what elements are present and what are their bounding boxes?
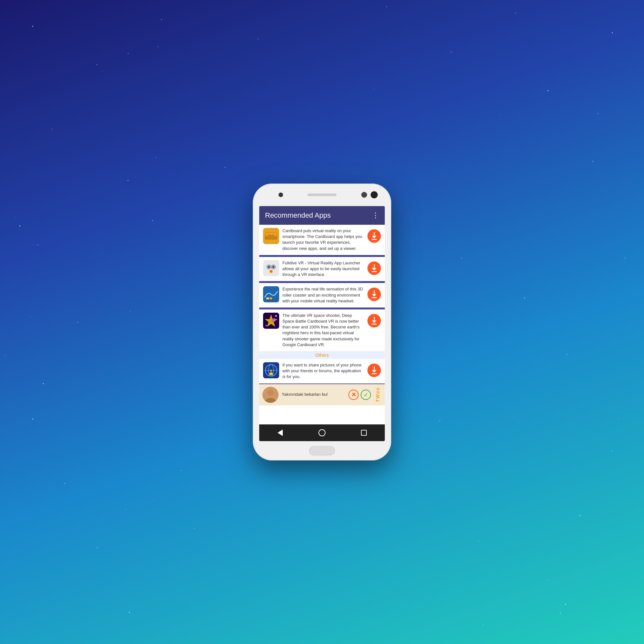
star — [32, 26, 33, 27]
star — [493, 392, 493, 392]
download-button-phoneshare[interactable] — [367, 364, 381, 377]
star — [409, 407, 409, 407]
star — [618, 418, 619, 419]
phone-top — [253, 184, 391, 206]
proximity-sensor — [371, 191, 378, 198]
app-icon-cardboard — [263, 228, 279, 244]
app-description-fulldive: Fulldive VR - Virtual Reality App Launch… — [282, 260, 365, 278]
star — [483, 625, 484, 625]
download-button-fulldive[interactable] — [367, 261, 381, 275]
star — [547, 90, 548, 91]
app-icon-phoneshare — [263, 362, 279, 378]
star — [32, 419, 33, 420]
camera-right — [361, 192, 367, 198]
app-icon-rollercoaster — [263, 286, 279, 302]
star — [461, 258, 462, 259]
star — [451, 52, 451, 52]
app-description-phoneshare: If you want to share pictures of your ph… — [282, 362, 365, 380]
star — [194, 528, 194, 529]
download-icon — [372, 366, 377, 374]
back-icon — [278, 430, 283, 436]
star — [533, 384, 533, 385]
star — [19, 225, 20, 226]
physical-home-button[interactable] — [309, 446, 335, 455]
app-description-cardboard: Cardboard puts virtual reality on your s… — [282, 228, 365, 251]
ad-dismiss-button[interactable]: ✕ — [348, 390, 359, 400]
phone-device: Recommended Apps ⋮ Cardboard puts virtua… — [253, 184, 391, 460]
svg-point-10 — [270, 270, 272, 272]
ad-text: Yakınındaki bekarları bul — [282, 392, 346, 397]
app-list: Cardboard puts virtual reality on your s… — [259, 225, 385, 424]
download-icon — [372, 264, 377, 272]
star — [152, 220, 153, 221]
star — [156, 157, 156, 158]
star — [374, 89, 374, 90]
download-icon — [372, 232, 377, 240]
star — [560, 604, 560, 605]
ad-banner: Yakınındaki bekarları bul ✕ ✓ TWoo — [259, 384, 385, 405]
star — [52, 129, 52, 129]
star — [225, 167, 225, 167]
recent-apps-button[interactable] — [357, 426, 370, 439]
svg-rect-3 — [272, 234, 274, 237]
star — [518, 421, 518, 422]
app-icon-fulldive — [263, 260, 279, 276]
star — [625, 258, 625, 258]
star — [500, 114, 500, 115]
ad-actions: ✕ ✓ TWoo — [348, 387, 382, 402]
ad-avatar — [262, 387, 279, 403]
download-icon — [372, 317, 377, 325]
star — [258, 39, 258, 39]
star — [30, 317, 30, 317]
ad-accept-button[interactable]: ✓ — [361, 390, 371, 400]
back-button[interactable] — [274, 426, 287, 439]
svg-point-7 — [268, 266, 270, 268]
star — [440, 421, 440, 421]
app-icon-deepspace — [263, 313, 279, 329]
download-icon — [372, 290, 377, 298]
recent-icon — [361, 430, 367, 436]
star — [129, 612, 130, 613]
star — [478, 541, 479, 541]
phone-speaker — [308, 194, 336, 196]
svg-point-20 — [275, 315, 277, 317]
menu-icon[interactable]: ⋮ — [372, 211, 379, 220]
star — [130, 311, 131, 311]
front-camera — [279, 193, 283, 197]
star — [524, 298, 525, 298]
phone-screen: Recommended Apps ⋮ Cardboard puts virtua… — [259, 206, 385, 441]
star — [183, 486, 183, 486]
svg-point-8 — [272, 266, 274, 268]
star — [128, 53, 128, 54]
svg-rect-2 — [268, 234, 270, 237]
star — [97, 547, 97, 548]
star — [641, 577, 642, 578]
star — [181, 470, 182, 471]
download-button-deepspace[interactable] — [367, 314, 381, 327]
star — [128, 180, 128, 181]
list-item: Cardboard puts virtual reality on your s… — [259, 225, 385, 255]
svg-point-21 — [266, 325, 267, 326]
navigation-bar — [259, 424, 385, 441]
star — [5, 355, 5, 355]
list-item: The ultimate VR space shooter, Deep Spac… — [259, 309, 385, 351]
star — [425, 159, 426, 159]
star — [43, 383, 44, 384]
home-icon — [318, 429, 326, 436]
svg-point-17 — [272, 299, 273, 300]
download-button-rollercoaster[interactable] — [367, 288, 381, 301]
download-button-cardboard[interactable] — [367, 229, 381, 243]
home-button[interactable] — [316, 426, 328, 439]
star — [565, 604, 566, 605]
star — [161, 19, 162, 20]
svg-rect-12 — [266, 298, 269, 299]
star — [592, 161, 593, 162]
svg-rect-26 — [270, 373, 273, 375]
star — [157, 46, 158, 47]
star — [515, 13, 516, 14]
star — [15, 217, 16, 218]
list-item: Experience the real life sensation of th… — [259, 283, 385, 308]
ad-logo: TWoo — [374, 387, 382, 402]
svg-point-16 — [270, 299, 271, 300]
app-title: Recommended Apps — [265, 211, 331, 220]
